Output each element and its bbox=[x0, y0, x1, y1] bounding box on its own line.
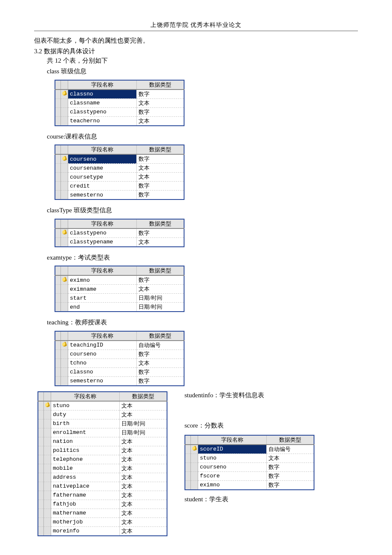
table-row: semesterno数字 bbox=[55, 376, 184, 386]
table-row: courseno数字 bbox=[55, 350, 184, 358]
db-table-studentinfo: 字段名称数据类型 stuno文本 duty文本 birth日期/时间 enrol… bbox=[37, 391, 167, 536]
table-row: semesterno数字 bbox=[55, 191, 184, 200]
table-row: classtypeno数字 bbox=[55, 228, 184, 238]
table-row: eximno数字 bbox=[55, 275, 184, 285]
key-header bbox=[61, 80, 68, 90]
table-row: birth日期/时间 bbox=[38, 419, 167, 428]
table-row: coursename文本 bbox=[55, 164, 184, 173]
table-row: eximno数字 bbox=[185, 480, 314, 490]
table-row: duty文本 bbox=[38, 410, 167, 419]
table-row: coursetype文本 bbox=[55, 173, 184, 182]
db-table-teaching: 字段名称数据类型 teachingID自动编号 courseno数字 tchno… bbox=[55, 331, 184, 386]
table-row: classno数字 bbox=[55, 367, 184, 376]
table-row: scoreID自动编号 bbox=[185, 445, 314, 454]
table-caption-studentinfo: studentinfo：学生资料信息表 bbox=[184, 391, 358, 399]
section-3-2-heading: 3.2 数据库的具体设计 bbox=[34, 47, 358, 55]
table-row: teachingID自动编号 bbox=[55, 341, 184, 350]
table-row: stuno文本 bbox=[185, 454, 314, 462]
table-caption-classtype: classType 班级类型信息 bbox=[47, 205, 358, 216]
table-caption-examtype: examtype：考试类型表 bbox=[47, 252, 358, 263]
column-header-field: 字段名称 bbox=[68, 80, 137, 90]
sub-line: 共 12 个表，分别如下 bbox=[47, 55, 358, 66]
primary-key-icon bbox=[45, 402, 50, 408]
table-row: nativeplace文本 bbox=[38, 482, 167, 491]
column-header-type: 数据类型 bbox=[137, 80, 184, 90]
table-row: fathjob文本 bbox=[38, 500, 167, 509]
table-row: moreinfo文本 bbox=[38, 526, 167, 536]
db-table-examtype: 字段名称数据类型 eximno数字 eximname文本 start日期/时间 … bbox=[55, 266, 184, 312]
primary-key-icon bbox=[62, 230, 67, 235]
table-row: mathername文本 bbox=[38, 509, 167, 517]
primary-key-icon bbox=[62, 156, 67, 161]
table-row: classname文本 bbox=[55, 98, 184, 107]
table-row: courseno数字 bbox=[55, 154, 184, 164]
row-selector-header bbox=[55, 80, 61, 90]
table-row: politics文本 bbox=[38, 446, 167, 455]
table-row: end日期/时间 bbox=[55, 303, 184, 312]
table-row: classtypeno数字 bbox=[55, 107, 184, 116]
table-row: teacherno文本 bbox=[55, 116, 184, 126]
primary-key-icon bbox=[62, 277, 67, 282]
table-row: eximname文本 bbox=[55, 285, 184, 294]
primary-key-icon bbox=[192, 446, 197, 451]
table-caption-class: class 班级信息 bbox=[47, 66, 358, 77]
intro-paragraph: 但表不能太多，每个表的属性也要完善。 bbox=[34, 35, 358, 46]
primary-key-icon bbox=[62, 91, 67, 96]
table-caption-course: course:课程表信息 bbox=[47, 131, 358, 142]
table-row: nation文本 bbox=[38, 437, 167, 446]
table-row: tchno文本 bbox=[55, 358, 184, 367]
table-row: address文本 bbox=[38, 473, 167, 482]
table-caption-teaching: teaching：教师授课表 bbox=[47, 317, 358, 328]
table-row: motherjob文本 bbox=[38, 517, 167, 526]
db-table-score: 字段名称数据类型 scoreID自动编号 stuno文本 courseno数字 … bbox=[184, 435, 314, 490]
table-row: fathername文本 bbox=[38, 491, 167, 500]
table-row: classtypename文本 bbox=[55, 237, 184, 247]
table-row: enrollment日期/时间 bbox=[38, 428, 167, 437]
table-row: start日期/时间 bbox=[55, 294, 184, 303]
table-row: credit数字 bbox=[55, 182, 184, 191]
table-caption-student: student：学生表 bbox=[184, 495, 358, 503]
db-table-course: 字段名称数据类型 courseno数字 coursename文本 courset… bbox=[55, 145, 184, 200]
table-row: stuno文本 bbox=[38, 401, 167, 410]
table-caption-score: score：分数表 bbox=[184, 422, 358, 430]
db-table-classtype: 字段名称数据类型 classtypeno数字 classtypename文本 bbox=[55, 219, 184, 247]
table-row: fscore数字 bbox=[185, 471, 314, 480]
table-row: telephone文本 bbox=[38, 455, 167, 464]
table-row: classno数字 bbox=[55, 90, 184, 99]
page-header: 上饶师范学院 优秀本科毕业论文 bbox=[34, 21, 358, 31]
db-table-class: 字段名称 数据类型 classno数字 classname文本 classtyp… bbox=[55, 80, 184, 126]
table-row: courseno数字 bbox=[185, 462, 314, 471]
table-row: mobile文本 bbox=[38, 464, 167, 473]
primary-key-icon bbox=[62, 342, 67, 347]
